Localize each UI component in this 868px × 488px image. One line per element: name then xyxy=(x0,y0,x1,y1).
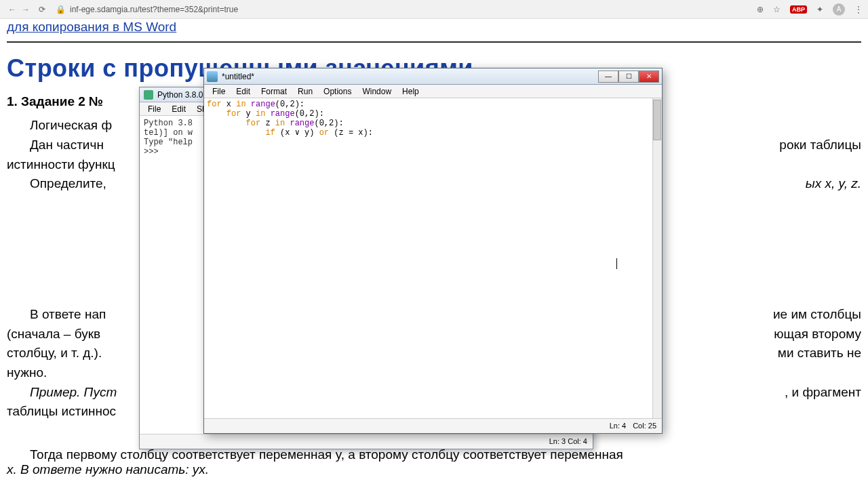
top-link[interactable]: для копирования в MS Word xyxy=(7,20,176,34)
lock-icon: 🔒 xyxy=(56,5,66,14)
text: Тогда первому столбцу соответствует пере… xyxy=(30,447,623,462)
extension-badge[interactable]: ABP xyxy=(790,5,807,14)
text: истинности функц xyxy=(7,157,115,171)
text: , и фрагмент xyxy=(762,384,861,401)
zoom-icon[interactable]: ⊕ xyxy=(757,5,764,14)
reload-button[interactable]: ⟳ xyxy=(35,5,49,14)
text: Дан частичн xyxy=(30,138,104,152)
code-line: for y in range(0,2): xyxy=(207,109,659,119)
back-button[interactable]: ← xyxy=(5,5,19,14)
menu-window[interactable]: Window xyxy=(357,87,397,96)
divider xyxy=(7,41,861,43)
menu-file[interactable]: File xyxy=(207,87,231,96)
menu-options[interactable]: Options xyxy=(318,87,357,96)
code-line: if (x ∨ y) or (z = x): xyxy=(207,128,659,138)
python-icon xyxy=(144,90,153,100)
menu-edit[interactable]: Edit xyxy=(166,104,191,114)
text: таблицы истиннос xyxy=(7,404,116,418)
extensions-icon[interactable]: ✦ xyxy=(816,5,823,14)
text: нужно. xyxy=(7,365,47,380)
profile-avatar[interactable]: A xyxy=(833,3,845,16)
forward-button[interactable]: → xyxy=(19,5,33,14)
editor-title-text: *untitled* xyxy=(222,72,598,81)
shell-status-text: Ln: 3 Col: 4 xyxy=(549,437,587,445)
text: ие им столбцы xyxy=(750,306,861,323)
text: В ответе нап xyxy=(30,307,106,321)
text: столбцу, и т. д.). xyxy=(7,346,102,360)
python-editor-window[interactable]: *untitled* — ☐ ✕ File Edit Format Run Op… xyxy=(203,68,663,434)
minimize-button[interactable]: — xyxy=(598,70,618,83)
close-button[interactable]: ✕ xyxy=(639,70,659,83)
text: ых x, y, z. xyxy=(783,176,861,192)
text: ми ставить не xyxy=(778,345,861,362)
text: ющая второму xyxy=(774,326,861,343)
code-line: for x in range(0,2): xyxy=(207,100,659,109)
menu-help[interactable]: Help xyxy=(397,87,425,96)
menu-edit[interactable]: Edit xyxy=(231,87,256,96)
menu-icon[interactable]: ⋮ xyxy=(854,5,863,14)
browser-right-tools: ⊕ ☆ ABP ✦ A ⋮ xyxy=(757,3,863,16)
url-text[interactable]: inf-ege.sdamgia.ru/test?theme=352&print=… xyxy=(70,5,757,14)
menu-run[interactable]: Run xyxy=(292,87,318,96)
text-cursor xyxy=(616,258,617,269)
text: x. В ответе нужно написать: yx. xyxy=(7,462,209,476)
python-icon xyxy=(207,71,218,82)
browser-toolbar: ← → ⟳ 🔒 inf-ege.sdamgia.ru/test?theme=35… xyxy=(0,0,868,19)
shell-title-text: Python 3.8.0 xyxy=(157,90,203,100)
text: Логическая ф xyxy=(30,118,112,132)
editor-statusbar: Ln: 4 Col: 25 xyxy=(204,418,662,432)
text: (сначала – букв xyxy=(7,327,100,341)
code-line: for z in range(0,2): xyxy=(207,119,659,128)
editor-menubar: File Edit Format Run Options Window Help xyxy=(204,85,662,98)
editor-body[interactable]: for x in range(0,2): for y in range(0,2)… xyxy=(204,98,662,418)
maximize-button[interactable]: ☐ xyxy=(618,70,639,83)
menu-format[interactable]: Format xyxy=(256,87,292,96)
editor-titlebar[interactable]: *untitled* — ☐ ✕ xyxy=(204,68,662,85)
text: Пример. Пуст xyxy=(30,385,117,399)
text: Определите, xyxy=(30,176,106,190)
status-line: Ln: 4 xyxy=(610,422,626,430)
text: роки таблицы xyxy=(756,137,861,154)
scrollbar[interactable] xyxy=(652,98,662,418)
status-col: Col: 25 xyxy=(633,422,656,430)
star-icon[interactable]: ☆ xyxy=(773,5,781,14)
bottom-paragraph: Тогда первому столбцу соответствует пере… xyxy=(7,447,861,477)
scrollbar-thumb[interactable] xyxy=(653,100,661,140)
menu-file[interactable]: File xyxy=(142,104,166,114)
shell-statusbar: Ln: 3 Col: 4 xyxy=(140,434,593,447)
